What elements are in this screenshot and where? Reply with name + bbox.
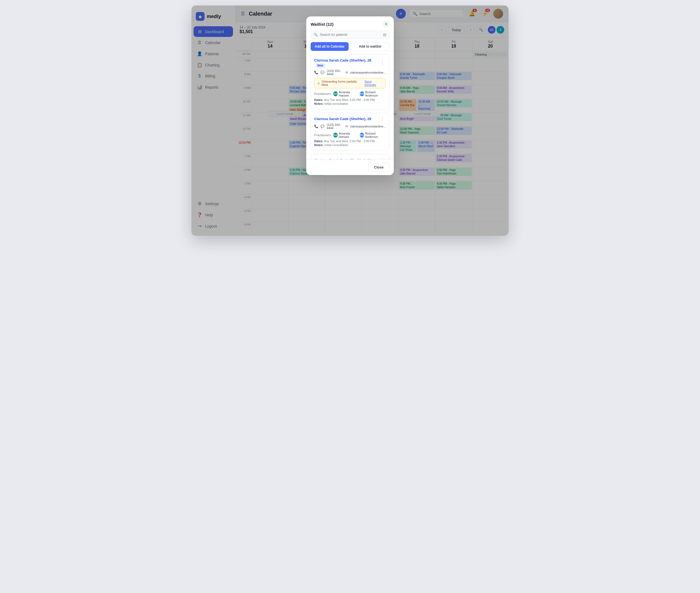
modal-header: Waitlist (12) ✕ — [306, 16, 394, 31]
prac-name-1a: Amanda Hansen — [339, 90, 358, 97]
app-container: ◆ medly ⊞ Dashboard 🗓 Calendar 👤 Patient… — [192, 5, 508, 236]
add-all-to-calendar-button[interactable]: Add all to Calendar — [311, 42, 348, 51]
modal-search-input[interactable] — [320, 33, 381, 37]
patient-1-contact: 📞 💬 (123) 333-4444 ✉ clarissasarahconsta… — [314, 69, 386, 76]
waitlist-item-2: Clarissa Sarah Cade (She/Her), 28 ⋮ 📞 💬 … — [311, 113, 389, 151]
practitioner-2a: AH Amanda Hansen — [333, 132, 358, 139]
prac-name-1b: Richard Anderson — [365, 90, 386, 97]
filter-icon[interactable]: ⊟ — [383, 33, 386, 37]
waitlist-item-1: Clarissa Sarah Cade (She/Her), 28 New ⋮ … — [311, 54, 389, 109]
practitioners-label-1: Practitioners: — [314, 92, 332, 95]
prac-name-2a: Amanda Hansen — [339, 132, 358, 139]
patient-1-warning: ⚠ Onboarding forms partially filled. Sen… — [314, 78, 386, 88]
patient-1-practitioners: Practitioners: AH Amanda Hansen RA Richa… — [314, 90, 386, 97]
patient-1-dates: Dates: Any Tue and Wed, 2:00 PM - 3:00 P… — [314, 98, 386, 102]
patient-2-contact: 📞 💬 (123) 333-4444 ✉ clarissasarahconsta… — [314, 123, 386, 130]
modal-overlay: Waitlist (12) ✕ 🔍 ⊟ Add all to Calendar … — [192, 5, 508, 236]
modal-footer: Close — [306, 159, 394, 175]
practitioners-label-2: Practitioners: — [314, 133, 332, 137]
waitlist-item-3: Clarissa Sarah Cade (She/Her), 28 ⋮ 📞 💬 … — [311, 154, 389, 159]
prac-avatar-2b: RA — [360, 133, 364, 137]
patient-2-dates: Dates: Any Tue and Wed, 2:00 PM - 3:00 P… — [314, 140, 386, 143]
practitioner-1b: RA Richard Anderson — [360, 90, 386, 97]
waitlist-modal: Waitlist (12) ✕ 🔍 ⊟ Add all to Calendar … — [306, 16, 394, 175]
prac-avatar-1b: RA — [360, 91, 364, 96]
patient-1-name[interactable]: Clarissa Sarah Cade (She/Her), 28 — [314, 58, 371, 63]
prac-avatar-2a: AH — [333, 133, 338, 137]
modal-search-box[interactable]: 🔍 ⊟ — [311, 31, 389, 39]
practitioner-2b: RA Richard Anderson — [360, 132, 386, 139]
patient-1-menu-button[interactable]: ⋮ — [379, 60, 386, 65]
patient-1-header: Clarissa Sarah Cade (She/Her), 28 New ⋮ — [314, 58, 386, 68]
prac-name-2b: Richard Anderson — [365, 132, 386, 139]
patient-1-email: clarissasarahconstantine... — [350, 71, 386, 74]
warning-icon-1: ⚠ — [317, 81, 320, 85]
patient-1-phone: (123) 333-4444 — [327, 69, 343, 76]
patient-2-email: clarissasarahconstantine... — [350, 125, 386, 128]
modal-close-footer-button[interactable]: Close — [368, 163, 389, 172]
patient-2-phone: (123) 333-4444 — [327, 123, 343, 130]
modal-title: Waitlist (12) — [311, 22, 334, 27]
patient-2-name[interactable]: Clarissa Sarah Cade (She/Her), 28 — [314, 117, 371, 121]
patient-1-new-badge: New — [316, 64, 325, 68]
phone-icon-1: 📞 — [314, 71, 318, 74]
modal-body: Clarissa Sarah Cade (She/Her), 28 New ⋮ … — [306, 54, 394, 159]
chat-icon-1: 💬 — [321, 71, 325, 74]
modal-actions: Add all to Calendar Add to waitlist — [306, 42, 394, 54]
patient-2-menu-button[interactable]: ⋮ — [379, 116, 386, 121]
modal-search-icon: 🔍 — [314, 33, 318, 37]
practitioner-1a: AH Amanda Hansen — [333, 90, 358, 97]
prac-avatar-1a: AH — [333, 91, 338, 96]
modal-close-button[interactable]: ✕ — [383, 21, 389, 27]
phone-icon-2: 📞 — [314, 124, 318, 128]
email-icon-2: ✉ — [345, 124, 348, 128]
email-icon-1: ✉ — [345, 71, 348, 74]
patient-1-name-row: Clarissa Sarah Cade (She/Her), 28 New — [314, 58, 379, 68]
patient-1-notes: Notes: Initial consultation — [314, 102, 386, 105]
patient-2-practitioners: Practitioners: AH Amanda Hansen RA Richa… — [314, 132, 386, 139]
add-to-waitlist-button[interactable]: Add to waitlist — [351, 42, 389, 51]
patient-1-warning-text: Onboarding forms partially filled. — [322, 80, 362, 86]
patient-2-header: Clarissa Sarah Cade (She/Her), 28 ⋮ — [314, 116, 386, 121]
patient-2-notes: Notes: Initial consultation — [314, 143, 386, 147]
chat-icon-2: 💬 — [321, 124, 325, 128]
send-reminder-button-1[interactable]: Send reminder — [365, 80, 383, 86]
